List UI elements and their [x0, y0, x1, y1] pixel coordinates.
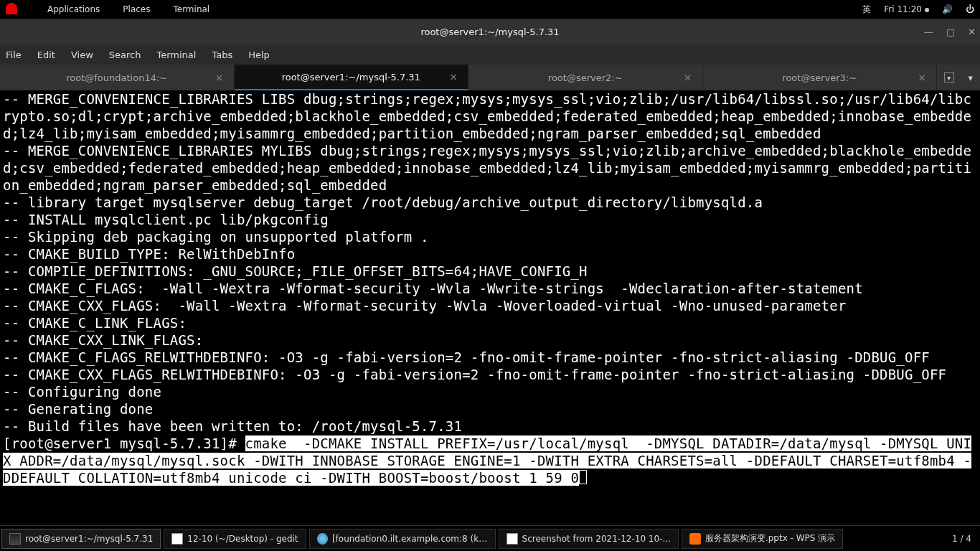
- new-tab-button[interactable]: ▾: [944, 72, 954, 83]
- cursor: [579, 470, 587, 484]
- terminal-menubar: File Edit View Search Terminal Tabs Help: [0, 44, 980, 65]
- tab-foundation14[interactable]: root@foundation14:~ ×: [0, 65, 235, 90]
- terminal-icon: [9, 533, 21, 545]
- terminal-viewport[interactable]: -- MERGE_CONVENIENCE_LIBRARIES LIBS dbug…: [0, 90, 980, 525]
- window-list-panel: root@server1:~/mysql-5.7.31 12-10 (~/Des…: [0, 525, 980, 551]
- task-label: Screenshot from 2021-12-10 10-...: [522, 534, 671, 544]
- ime-indicator[interactable]: 英: [862, 4, 871, 16]
- volume-icon[interactable]: 🔊: [942, 4, 953, 14]
- activities-hat-icon[interactable]: [6, 3, 24, 17]
- menu-view[interactable]: View: [71, 50, 93, 60]
- task-label: 服务器架构演变.pptx - WPS 演示: [705, 532, 835, 545]
- task-terminal[interactable]: root@server1:~/mysql-5.7.31: [1, 529, 161, 549]
- close-icon[interactable]: ×: [918, 72, 926, 83]
- shell-prompt: [root@server1 mysql-5.7.31]#: [3, 435, 245, 451]
- image-icon: [507, 533, 518, 545]
- gnome-top-panel: Applications Places Terminal 英 Fri 11:20…: [0, 0, 980, 19]
- task-browser[interactable]: [foundation0.ilt.example.com:8 (kio...: [309, 529, 496, 549]
- terminal-output: -- MERGE_CONVENIENCE_LIBRARIES LIBS dbug…: [3, 91, 971, 434]
- close-icon[interactable]: ×: [215, 72, 224, 83]
- tab-menu-button[interactable]: ▾: [969, 72, 974, 83]
- task-label: root@server1:~/mysql-5.7.31: [25, 534, 153, 544]
- close-button[interactable]: ✕: [968, 27, 976, 37]
- gedit-icon: [171, 533, 183, 545]
- tab-label: root@server2:~: [548, 72, 623, 83]
- places-menu[interactable]: Places: [123, 4, 150, 14]
- task-label: [foundation0.ilt.example.com:8 (kio...: [332, 534, 488, 544]
- tab-server1[interactable]: root@server1:~/mysql-5.7.31 ×: [235, 65, 469, 90]
- tab-server3[interactable]: root@server3:~ ×: [703, 65, 938, 90]
- tab-label: root@server1:~/mysql-5.7.31: [282, 72, 420, 83]
- menu-tabs[interactable]: Tabs: [212, 50, 232, 60]
- minimize-button[interactable]: —: [924, 27, 933, 37]
- applications-menu[interactable]: Applications: [47, 4, 100, 14]
- wps-icon: [689, 533, 701, 545]
- terminal-tabbar: root@foundation14:~ × root@server1:~/mys…: [0, 65, 980, 90]
- task-screenshot[interactable]: Screenshot from 2021-12-10 10-...: [499, 529, 679, 549]
- clock[interactable]: Fri 11:20: [884, 4, 929, 14]
- window-titlebar: root@server1:~/mysql-5.7.31 — ▢ ✕: [0, 19, 980, 44]
- tab-label: root@server3:~: [782, 72, 857, 83]
- tab-server2[interactable]: root@server2:~ ×: [468, 65, 703, 90]
- menu-file[interactable]: File: [6, 50, 22, 60]
- task-label: 12-10 (~/Desktop) - gedit: [187, 534, 298, 544]
- power-icon[interactable]: ⏻: [966, 4, 974, 14]
- tab-label: root@foundation14:~: [66, 72, 167, 83]
- menu-edit[interactable]: Edit: [37, 50, 55, 60]
- task-wps[interactable]: 服务器架构演变.pptx - WPS 演示: [682, 529, 843, 549]
- task-gedit[interactable]: 12-10 (~/Desktop) - gedit: [164, 529, 306, 549]
- menu-help[interactable]: Help: [248, 50, 270, 60]
- window-title: root@server1:~/mysql-5.7.31: [420, 27, 559, 37]
- menu-search[interactable]: Search: [109, 50, 141, 60]
- terminal-menu[interactable]: Terminal: [173, 4, 209, 14]
- workspace-indicator[interactable]: 1 / 4: [943, 534, 980, 544]
- maximize-button[interactable]: ▢: [946, 27, 955, 37]
- close-icon[interactable]: ×: [684, 72, 692, 83]
- close-icon[interactable]: ×: [449, 71, 458, 83]
- globe-icon: [317, 533, 328, 545]
- menu-terminal[interactable]: Terminal: [156, 50, 196, 60]
